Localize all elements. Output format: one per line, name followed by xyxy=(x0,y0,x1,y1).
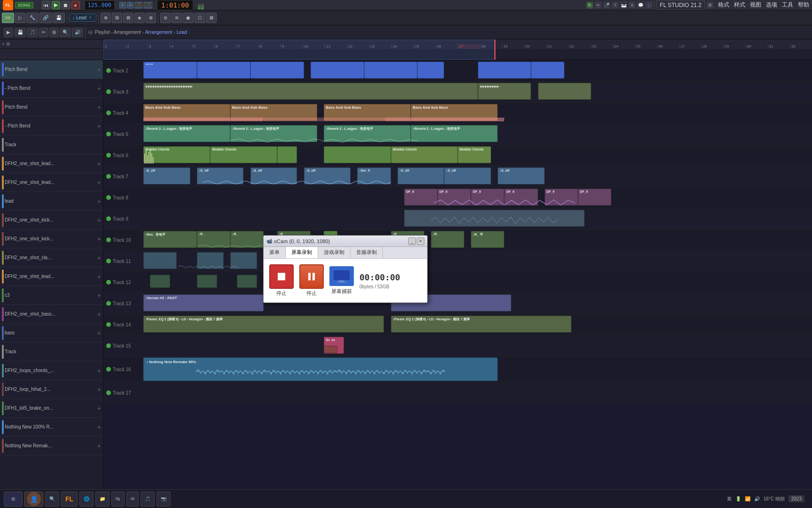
track-16-content[interactable]: ♪ Nothing New Remake 95% xyxy=(143,357,812,382)
inst-row-13[interactable]: DFH2_one_shot_bass... + xyxy=(0,305,103,324)
inst-row-2[interactable]: Pitch Bend + xyxy=(0,98,103,117)
taskbar-mail[interactable]: ✉ xyxy=(126,492,139,507)
inst-add-6[interactable]: + xyxy=(97,179,101,186)
clip-t12-2[interactable] xyxy=(197,275,217,288)
inst-row-5[interactable]: DFH2_one_shot_lead... + xyxy=(0,154,103,173)
tool-btn2[interactable]: ⊞ xyxy=(112,13,122,23)
menu-format[interactable]: 格式 xyxy=(718,1,729,9)
clip-t2-5[interactable] xyxy=(364,62,418,79)
inst-add-9[interactable]: + xyxy=(97,235,101,243)
taskbar-store[interactable]: 🛍 xyxy=(111,492,125,507)
inst-row-17[interactable]: DFH2_loop_hihat_2... + xyxy=(0,380,103,399)
icon-update[interactable]: ↻ xyxy=(586,2,593,8)
ocam-tab-menu[interactable]: 菜单 xyxy=(264,247,286,258)
inst-add-2[interactable]: + xyxy=(97,103,101,111)
track-6-content[interactable]: Wobble Chords Wobble Chords Wobble Chord… xyxy=(143,145,812,166)
clip-t3-2[interactable]: ▶▶▶▶▶▶▶▶ xyxy=(478,83,531,100)
clip-t2-7[interactable] xyxy=(478,62,531,79)
link-btn[interactable]: 🔗 xyxy=(39,13,52,23)
tray-wifi[interactable]: 📶 xyxy=(745,496,750,501)
tool-btn3[interactable]: ⊠ xyxy=(123,13,133,23)
lead-link[interactable]: Lead xyxy=(177,30,187,35)
track-2-content[interactable] xyxy=(143,60,812,81)
track-12-content[interactable] xyxy=(143,272,812,293)
tray-volume[interactable]: 🔊 xyxy=(754,496,760,501)
start-area[interactable]: ⊞ xyxy=(4,492,23,507)
track-15-content[interactable]: Gr_ss xyxy=(143,335,812,356)
inst-add-16[interactable]: + xyxy=(97,367,101,374)
track-3-content[interactable]: ▶▶▶▶▶▶▶▶▶▶▶▶▶▶▶▶▶▶▶▶ ▶▶▶▶▶▶▶▶ xyxy=(143,81,812,102)
q-folder[interactable]: 🎵 xyxy=(27,28,38,37)
clip-t14-2[interactable]: ♪Param. EQ 2 (插槽 6) - LD - Hexagon - 频段 … xyxy=(391,316,571,333)
clip-t2-3[interactable] xyxy=(250,62,304,79)
q-select[interactable]: ⊞ xyxy=(49,28,59,37)
record-btn[interactable]: ● xyxy=(71,1,80,9)
note-view-btn[interactable]: ≡≡ xyxy=(2,13,14,23)
taskbar-search[interactable]: 🔍 xyxy=(45,492,59,507)
inst-row-6[interactable]: DFH2_one_shot_lead... + xyxy=(0,173,103,192)
inst-add-10[interactable]: + xyxy=(97,254,101,262)
clip-t12-3[interactable] xyxy=(237,275,257,288)
inst-row-7[interactable]: lead + xyxy=(0,192,103,211)
tray-keyboard[interactable]: 英 xyxy=(727,496,732,502)
inst-row-4[interactable]: Track xyxy=(0,135,103,154)
ocam-titlebar[interactable]: 📹 oCam (0, 0, 1920, 1080) _ × xyxy=(264,236,427,247)
track-4-content[interactable]: Bass And Sub Bass Bass And Sub Bass Bass… xyxy=(143,103,812,123)
q-snap[interactable]: 🔊 xyxy=(72,28,83,37)
inst-add-20[interactable]: + xyxy=(97,442,101,450)
icon-settings[interactable]: ⚙ xyxy=(707,2,713,8)
q-edit[interactable]: ✏ xyxy=(39,28,48,37)
taskbar-fl[interactable]: FL xyxy=(61,492,78,507)
bpm-display[interactable]: 125.000 xyxy=(85,0,115,10)
inst-row-1[interactable]: - Pitch Bend + xyxy=(0,79,103,98)
stamp-btn[interactable]: 🔧 xyxy=(26,13,39,23)
clip-t12-1[interactable] xyxy=(150,275,170,288)
pattern-view-btn[interactable]: ▷ xyxy=(15,13,25,23)
inst-row-14[interactable]: bass + xyxy=(0,324,103,342)
inst-row-12[interactable]: c3 + xyxy=(0,286,103,305)
inst-row-16[interactable]: DFH2_loops_chords_... + xyxy=(0,361,103,380)
song-mode-btn[interactable]: SONG xyxy=(15,2,33,8)
icon-piano[interactable]: 🎹 xyxy=(620,2,627,8)
inst-row-8[interactable]: DFH2_one_shot_kick... + xyxy=(0,211,103,230)
track-14-content[interactable]: ♪Param. EQ 2 (插槽 6) - LD - Hexagon - 频段 … xyxy=(143,314,812,335)
icon-download[interactable]: ↓ xyxy=(646,2,652,8)
inst-add-11[interactable]: + xyxy=(97,273,101,280)
menu-options[interactable]: 选项 xyxy=(766,1,777,9)
q-save[interactable]: 💾 xyxy=(15,28,26,37)
clip-t15-2[interactable] xyxy=(324,346,337,353)
inst-add-7[interactable]: + xyxy=(97,198,101,205)
tool-btn7[interactable]: ≋ xyxy=(172,13,182,23)
icon-mic[interactable]: 🎤 xyxy=(603,2,610,8)
track-13-content[interactable]: ♪Serum #3 - FAST ♪Serum #3 - FAST xyxy=(143,293,812,314)
taskbar-app2[interactable]: 📷 xyxy=(156,492,171,507)
clip-t14-1[interactable]: ♪Param. EQ 2 (插槽 6) - LD - Hexagon - 频段 … xyxy=(143,316,384,333)
track-9-content[interactable] xyxy=(143,208,812,229)
clip-t2-8[interactable] xyxy=(531,62,564,79)
left-panel-add[interactable]: + ⊞ xyxy=(2,41,10,47)
inst-row-3[interactable]: - Pitch Bend + xyxy=(0,117,103,135)
inst-row-0[interactable]: Pitch Bend + xyxy=(0,60,103,79)
inst-add-3[interactable]: + xyxy=(97,122,101,130)
tool-btn8[interactable]: ◉ xyxy=(183,13,194,23)
tool-btn4[interactable]: ◈ xyxy=(134,13,145,23)
arrangement-link[interactable]: Arrangement xyxy=(145,30,172,35)
menu-style[interactable]: 样式 xyxy=(734,1,745,9)
icon-mixer[interactable]: ≡ xyxy=(629,2,635,8)
taskbar-edge[interactable]: 🌐 xyxy=(79,492,94,507)
tool-btn10[interactable]: ⊠ xyxy=(206,13,217,23)
track-17-content[interactable] xyxy=(143,382,812,403)
inst-row-19[interactable]: Nothing New 100% R... + xyxy=(0,418,103,437)
inst-row-10[interactable]: DFH2_one_shot_cla... + xyxy=(0,248,103,267)
track-8-content[interactable]: DF_9 DF_9 DF_9 DF_9 DF_9 DF_9 xyxy=(143,187,812,208)
pattern-selector[interactable]: | Lead ▼ xyxy=(69,14,96,22)
ocam-tab-screen[interactable]: 屏幕录制 xyxy=(286,247,318,258)
clip-t2-4[interactable] xyxy=(311,62,364,79)
tracks-scroll-area[interactable]: Track 2 xyxy=(103,60,812,489)
icon-chat[interactable]: 💬 xyxy=(637,2,644,8)
tool-btn5[interactable]: ⊗ xyxy=(146,13,156,23)
inst-add-5[interactable]: + xyxy=(97,160,101,167)
clip-t13-1[interactable]: ♪Serum #3 - FAST xyxy=(143,294,264,311)
inst-row-15[interactable]: Track xyxy=(0,342,103,361)
track-5-content[interactable]: ♪Reverb 2 - L.xagon - 泡音电平 ♪Reverb 2 - L… xyxy=(143,124,812,144)
